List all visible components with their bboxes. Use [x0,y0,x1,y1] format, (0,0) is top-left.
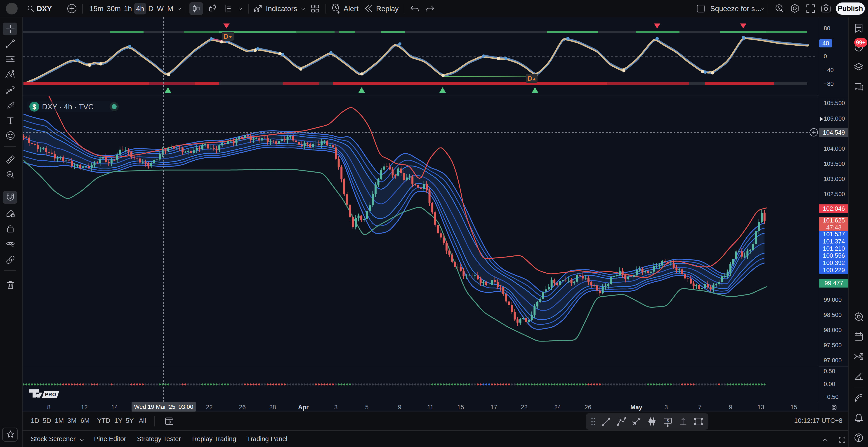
svg-text:$: $ [666,418,669,423]
svg-text:D: D [224,33,228,40]
svg-text:D: D [528,75,532,82]
svg-text:DXY · 4h · TVC: DXY · 4h · TVC [42,103,94,111]
svg-text:$: $ [32,103,36,111]
svg-text:PRO: PRO [45,392,57,397]
